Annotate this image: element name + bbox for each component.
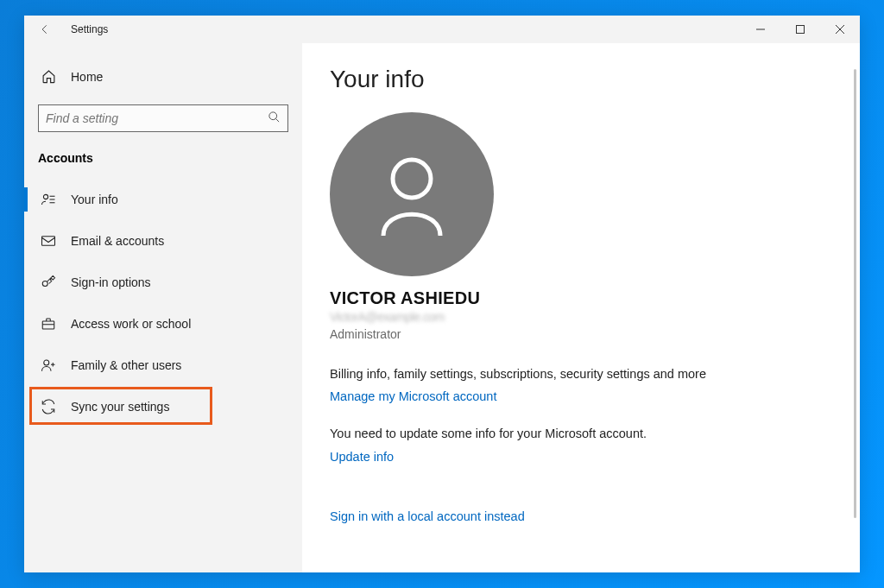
svg-point-11 <box>42 281 47 287</box>
sidebar-item-access-work[interactable]: Access work or school <box>24 303 302 345</box>
svg-point-17 <box>393 160 431 198</box>
key-icon <box>38 275 59 290</box>
person-card-icon <box>38 192 59 207</box>
settings-window: Settings Home <box>24 16 860 572</box>
update-description: You need to update some info for your Mi… <box>330 425 761 442</box>
search-box[interactable] <box>38 104 288 132</box>
search-input[interactable] <box>46 111 268 125</box>
home-label: Home <box>71 70 103 84</box>
svg-line-5 <box>275 118 279 122</box>
sidebar-item-label: Access work or school <box>71 317 191 331</box>
close-button[interactable] <box>820 16 860 43</box>
user-email-obscured: VictorA@example.com <box>330 310 860 324</box>
manage-account-link[interactable]: Manage my Microsoft account <box>330 389 496 403</box>
scrollbar[interactable] <box>854 69 856 518</box>
sidebar-item-your-info[interactable]: Your info <box>24 179 302 220</box>
sidebar-item-label: Family & other users <box>71 358 181 372</box>
svg-point-4 <box>269 111 277 119</box>
svg-point-6 <box>43 194 47 199</box>
window-title: Settings <box>71 23 108 35</box>
sidebar-item-sync-settings[interactable]: Sync your settings <box>24 386 302 427</box>
home-icon <box>38 69 59 84</box>
main-panel: Your info VICTOR ASHIEDU VictorA@example… <box>302 43 860 572</box>
avatar[interactable] <box>330 112 494 276</box>
svg-rect-1 <box>797 26 805 34</box>
mail-icon <box>38 233 59 249</box>
sidebar-item-label: Your info <box>71 193 118 206</box>
user-role: Administrator <box>330 327 860 341</box>
home-nav[interactable]: Home <box>24 60 302 92</box>
sidebar-item-label: Email & accounts <box>71 234 164 248</box>
billing-description: Billing info, family settings, subscript… <box>330 365 761 383</box>
back-button[interactable] <box>31 16 59 43</box>
page-title: Your info <box>330 66 860 93</box>
sidebar-item-email-accounts[interactable]: Email & accounts <box>24 220 302 262</box>
local-account-link[interactable]: Sign in with a local account instead <box>330 509 525 523</box>
sidebar-item-signin-options[interactable]: Sign-in options <box>24 262 302 303</box>
svg-point-14 <box>44 360 49 365</box>
minimize-button[interactable] <box>741 16 780 43</box>
titlebar: Settings <box>24 16 860 43</box>
sidebar: Home Accounts Your info Email <box>24 43 302 572</box>
people-add-icon <box>38 357 59 373</box>
content-area: Home Accounts Your info Email <box>24 43 860 572</box>
person-icon <box>373 151 451 237</box>
search-icon <box>268 111 281 127</box>
update-info-link[interactable]: Update info <box>330 450 394 464</box>
sidebar-category: Accounts <box>24 148 302 179</box>
window-controls <box>741 16 860 43</box>
sidebar-item-label: Sign-in options <box>71 275 151 289</box>
sidebar-item-label: Sync your settings <box>71 400 169 414</box>
svg-rect-10 <box>42 237 55 246</box>
sync-icon <box>38 399 59 414</box>
spacer <box>330 485 860 503</box>
sidebar-item-family-other-users[interactable]: Family & other users <box>24 345 302 386</box>
briefcase-icon <box>38 316 59 332</box>
svg-rect-12 <box>42 321 54 329</box>
maximize-button[interactable] <box>780 16 820 43</box>
user-name: VICTOR ASHIEDU <box>330 288 860 308</box>
